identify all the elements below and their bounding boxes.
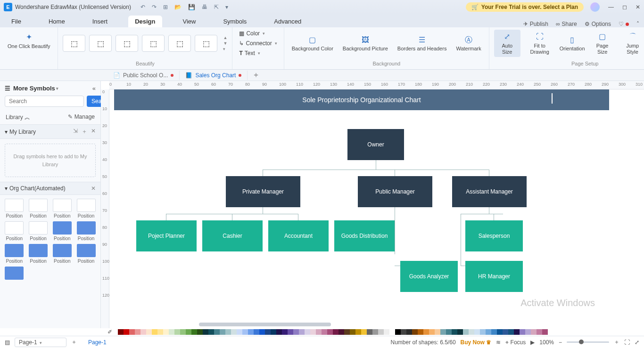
my-library-section[interactable]: ▾ My Library ⇲＋✕ xyxy=(0,124,100,139)
library-link[interactable]: Library ︽ xyxy=(6,113,30,121)
shape-thumb[interactable] xyxy=(5,244,24,257)
color-swatch[interactable] xyxy=(389,329,395,335)
shape-thumb[interactable] xyxy=(77,244,96,257)
color-swatch[interactable] xyxy=(259,329,265,335)
more-symbols-button[interactable]: ☰ More Symbols▾« xyxy=(0,81,100,96)
color-swatch[interactable] xyxy=(378,329,384,335)
share-button[interactable]: ∞ Share xyxy=(556,21,577,27)
redo-icon[interactable]: ↷ xyxy=(152,4,157,10)
bg-picture-button[interactable]: 🖼Background Picture xyxy=(340,32,391,54)
gallery-up-icon[interactable]: ▲ xyxy=(223,35,227,40)
color-swatch[interactable] xyxy=(412,329,418,335)
auto-size-button[interactable]: ⤢Auto Size xyxy=(494,30,520,57)
color-swatch[interactable] xyxy=(310,329,316,335)
color-button[interactable]: ▦ Color▾ xyxy=(237,29,279,38)
color-swatch[interactable] xyxy=(440,329,446,335)
color-swatch[interactable] xyxy=(520,329,525,335)
color-swatch[interactable] xyxy=(157,329,163,335)
export-icon[interactable]: ⇱ xyxy=(214,4,219,10)
color-swatch[interactable] xyxy=(124,329,129,335)
shape-thumb[interactable] xyxy=(5,199,24,212)
eyedropper-icon[interactable]: ✐ xyxy=(107,329,116,335)
node-owner[interactable]: Owner xyxy=(347,129,404,160)
theme-thumb[interactable]: ⬚ xyxy=(142,35,165,52)
color-swatch[interactable] xyxy=(480,329,486,335)
color-swatch[interactable] xyxy=(355,329,361,335)
menu-insert[interactable]: Insert xyxy=(86,16,115,27)
color-swatch[interactable] xyxy=(491,329,497,335)
layers-icon[interactable]: ≋ xyxy=(496,339,501,346)
fit-page-icon[interactable]: ⛶ xyxy=(624,339,630,346)
color-swatch[interactable] xyxy=(293,329,299,335)
color-swatch[interactable] xyxy=(514,329,520,335)
color-swatch[interactable] xyxy=(367,329,372,335)
color-swatch[interactable] xyxy=(282,329,288,335)
color-swatch[interactable] xyxy=(361,329,367,335)
color-swatch[interactable] xyxy=(469,329,474,335)
save-icon[interactable]: 💾 xyxy=(188,4,195,10)
menu-advanced[interactable]: Advanced xyxy=(267,16,308,27)
color-swatch[interactable] xyxy=(423,329,429,335)
shape-thumb[interactable] xyxy=(53,199,72,212)
node-salesperson[interactable]: Salesperson xyxy=(465,220,523,251)
shape-thumb[interactable] xyxy=(53,244,72,257)
node-cashier[interactable]: Cashier xyxy=(202,220,263,251)
minimize-icon[interactable]: — xyxy=(608,4,614,10)
buy-now-link[interactable]: Buy Now ♛ xyxy=(461,339,492,346)
new-icon[interactable]: ⊞ xyxy=(163,4,168,10)
presentation-icon[interactable]: ▶ xyxy=(530,339,535,346)
shape-thumb[interactable] xyxy=(5,221,24,235)
watermark-button[interactable]: ⒶWatermark xyxy=(453,32,484,54)
color-swatch[interactable] xyxy=(288,329,293,335)
one-click-beautify-button[interactable]: ✦ One Click Beautify xyxy=(5,30,53,51)
jump-style-button[interactable]: ⌒Jump Style xyxy=(619,30,644,57)
undo-icon[interactable]: ↶ xyxy=(140,4,145,10)
color-swatch[interactable] xyxy=(395,329,401,335)
node-goods-analyzer[interactable]: Goods Analyzer xyxy=(400,261,458,292)
color-swatch[interactable] xyxy=(452,329,457,335)
menu-home[interactable]: Home xyxy=(42,16,72,27)
doc-tab-1[interactable]: 📄 Public School O... xyxy=(107,71,180,80)
user-avatar[interactable] xyxy=(590,2,600,12)
manage-link[interactable]: ✎ Manage xyxy=(68,113,95,121)
theme-thumb[interactable]: ⬚ xyxy=(195,35,217,52)
color-swatch[interactable] xyxy=(271,329,276,335)
collapse-ribbon-icon[interactable]: ˄ xyxy=(636,21,639,27)
color-swatch[interactable] xyxy=(463,329,469,335)
text-button[interactable]: T Text▾ xyxy=(237,49,279,57)
color-swatch[interactable] xyxy=(474,329,480,335)
color-swatch[interactable] xyxy=(169,329,174,335)
color-swatch[interactable] xyxy=(214,329,220,335)
color-swatch[interactable] xyxy=(208,329,214,335)
add-icon[interactable]: ＋ xyxy=(82,128,87,136)
open-icon[interactable]: 📂 xyxy=(174,4,182,10)
zoom-in-button[interactable]: ＋ xyxy=(614,338,619,346)
color-swatch[interactable] xyxy=(406,329,412,335)
borders-headers-button[interactable]: ☰Borders and Headers xyxy=(395,32,450,54)
color-swatch[interactable] xyxy=(486,329,491,335)
node-assistant-manager[interactable]: Assistant Manager xyxy=(452,176,527,207)
notifications-icon[interactable]: ♡ xyxy=(619,21,629,27)
color-swatch[interactable] xyxy=(146,329,152,335)
bg-color-button[interactable]: ▢Background Color xyxy=(289,32,336,54)
page-tab[interactable]: Page-1 xyxy=(82,339,113,346)
node-private-manager[interactable]: Private Manager xyxy=(226,176,300,207)
color-swatch[interactable] xyxy=(231,329,237,335)
node-goods-distribution[interactable]: Goods Distribution xyxy=(334,220,395,251)
chart-title-bar[interactable]: Sole Proprietorship Organizational Chart xyxy=(114,89,609,110)
options-button[interactable]: ⚙ Options xyxy=(585,21,611,27)
color-swatch[interactable] xyxy=(497,329,503,335)
canvas[interactable]: Sole Proprietorship Organizational Chart xyxy=(109,89,644,328)
color-swatch[interactable] xyxy=(372,329,378,335)
color-swatch[interactable] xyxy=(197,329,203,335)
color-swatch[interactable] xyxy=(191,329,197,335)
color-swatch[interactable] xyxy=(305,329,310,335)
color-swatch[interactable] xyxy=(327,329,333,335)
color-swatch[interactable] xyxy=(152,329,157,335)
theme-gallery[interactable]: ⬚ ⬚ ⬚ ⬚ ⬚ ⬚ xyxy=(63,35,217,52)
color-swatch[interactable] xyxy=(118,329,124,335)
theme-thumb[interactable]: ⬚ xyxy=(168,35,191,52)
node-accountant[interactable]: Accountant xyxy=(268,220,329,251)
node-public-manager[interactable]: Public Manager xyxy=(358,176,432,207)
gallery-more-icon[interactable]: ▾ xyxy=(223,47,227,51)
